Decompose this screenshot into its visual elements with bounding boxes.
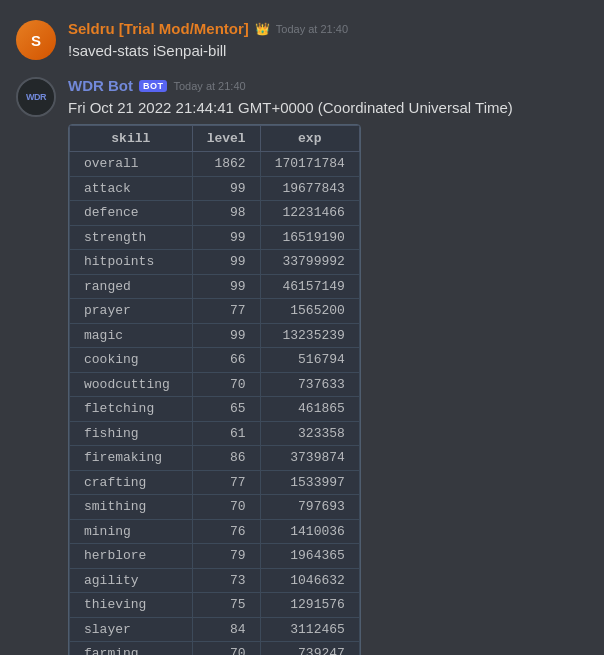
table-row: agility731046632 [70, 568, 360, 593]
message-wdrbot: WDR WDR Bot BOT Today at 21:40 Fri Oct 2… [0, 69, 604, 655]
stats-table-container: skill level exp overall1862170171784atta… [68, 124, 361, 655]
col-header-exp: exp [260, 126, 359, 152]
table-row: hitpoints9933799992 [70, 250, 360, 275]
cell-level: 98 [192, 201, 260, 226]
cell-level: 77 [192, 299, 260, 324]
crown-icon: 👑 [255, 22, 270, 36]
cell-skill: thieving [70, 593, 193, 618]
cell-level: 79 [192, 544, 260, 569]
cell-level: 77 [192, 470, 260, 495]
cell-level: 70 [192, 495, 260, 520]
cell-skill: ranged [70, 274, 193, 299]
cell-exp: 12231466 [260, 201, 359, 226]
cell-level: 76 [192, 519, 260, 544]
username-wdrbot: WDR Bot [68, 77, 133, 95]
table-row: firemaking863739874 [70, 446, 360, 471]
cell-level: 99 [192, 176, 260, 201]
table-row: fishing61323358 [70, 421, 360, 446]
table-row: defence9812231466 [70, 201, 360, 226]
cell-skill: hitpoints [70, 250, 193, 275]
cell-level: 65 [192, 397, 260, 422]
cell-skill: woodcutting [70, 372, 193, 397]
cell-level: 99 [192, 225, 260, 250]
avatar-seldru: S [16, 20, 56, 60]
cell-level: 75 [192, 593, 260, 618]
cell-skill: overall [70, 152, 193, 177]
table-row: woodcutting70737633 [70, 372, 360, 397]
cell-exp: 1410036 [260, 519, 359, 544]
table-row: mining761410036 [70, 519, 360, 544]
message-content-wdrbot: WDR Bot BOT Today at 21:40 Fri Oct 21 20… [68, 77, 588, 655]
cell-level: 70 [192, 372, 260, 397]
cell-skill: crafting [70, 470, 193, 495]
table-row: smithing70797693 [70, 495, 360, 520]
cell-exp: 1533997 [260, 470, 359, 495]
cell-exp: 3739874 [260, 446, 359, 471]
cell-level: 99 [192, 323, 260, 348]
table-row: slayer843112465 [70, 617, 360, 642]
cell-level: 73 [192, 568, 260, 593]
cell-skill: defence [70, 201, 193, 226]
stats-table: skill level exp overall1862170171784atta… [69, 125, 360, 655]
col-header-skill: skill [70, 126, 193, 152]
table-row: farming70739247 [70, 642, 360, 656]
cell-exp: 1291576 [260, 593, 359, 618]
cell-exp: 1565200 [260, 299, 359, 324]
col-header-level: level [192, 126, 260, 152]
table-row: attack9919677843 [70, 176, 360, 201]
cell-skill: farming [70, 642, 193, 656]
cell-exp: 170171784 [260, 152, 359, 177]
table-row: fletching65461865 [70, 397, 360, 422]
cell-level: 1862 [192, 152, 260, 177]
cell-exp: 3112465 [260, 617, 359, 642]
cell-exp: 19677843 [260, 176, 359, 201]
bot-badge: BOT [139, 80, 168, 92]
message-header-seldru: Seldru [Trial Mod/Mentor] 👑 Today at 21:… [68, 20, 588, 38]
cell-level: 70 [192, 642, 260, 656]
message-seldru: S Seldru [Trial Mod/Mentor] 👑 Today at 2… [0, 12, 604, 69]
cell-level: 84 [192, 617, 260, 642]
cell-skill: cooking [70, 348, 193, 373]
cell-level: 61 [192, 421, 260, 446]
cell-exp: 13235239 [260, 323, 359, 348]
cell-skill: prayer [70, 299, 193, 324]
table-row: magic9913235239 [70, 323, 360, 348]
cell-skill: mining [70, 519, 193, 544]
message-text-seldru: !saved-stats iSenpai-bill [68, 40, 588, 61]
table-row: prayer771565200 [70, 299, 360, 324]
cell-level: 86 [192, 446, 260, 471]
table-row: cooking66516794 [70, 348, 360, 373]
cell-exp: 737633 [260, 372, 359, 397]
cell-skill: attack [70, 176, 193, 201]
cell-skill: herblore [70, 544, 193, 569]
cell-exp: 16519190 [260, 225, 359, 250]
cell-exp: 323358 [260, 421, 359, 446]
cell-skill: smithing [70, 495, 193, 520]
cell-skill: fletching [70, 397, 193, 422]
timestamp-seldru: Today at 21:40 [276, 23, 348, 35]
table-row: thieving751291576 [70, 593, 360, 618]
username-seldru: Seldru [Trial Mod/Mentor] [68, 20, 249, 38]
cell-exp: 461865 [260, 397, 359, 422]
avatar-wdr-inner: WDR [18, 79, 54, 115]
cell-exp: 1964365 [260, 544, 359, 569]
table-row: crafting771533997 [70, 470, 360, 495]
message-header-wdrbot: WDR Bot BOT Today at 21:40 [68, 77, 588, 95]
table-row: herblore791964365 [70, 544, 360, 569]
cell-skill: slayer [70, 617, 193, 642]
table-row: strength9916519190 [70, 225, 360, 250]
table-row: overall1862170171784 [70, 152, 360, 177]
message-content-seldru: Seldru [Trial Mod/Mentor] 👑 Today at 21:… [68, 20, 588, 61]
avatar-wdrbot: WDR [16, 77, 56, 117]
cell-skill: agility [70, 568, 193, 593]
table-header-row: skill level exp [70, 126, 360, 152]
cell-exp: 739247 [260, 642, 359, 656]
message-text-wdrbot: Fri Oct 21 2022 21:44:41 GMT+0000 (Coord… [68, 97, 588, 118]
cell-exp: 46157149 [260, 274, 359, 299]
cell-level: 66 [192, 348, 260, 373]
timestamp-wdrbot: Today at 21:40 [173, 80, 245, 92]
cell-exp: 33799992 [260, 250, 359, 275]
cell-skill: magic [70, 323, 193, 348]
cell-exp: 516794 [260, 348, 359, 373]
table-row: ranged9946157149 [70, 274, 360, 299]
